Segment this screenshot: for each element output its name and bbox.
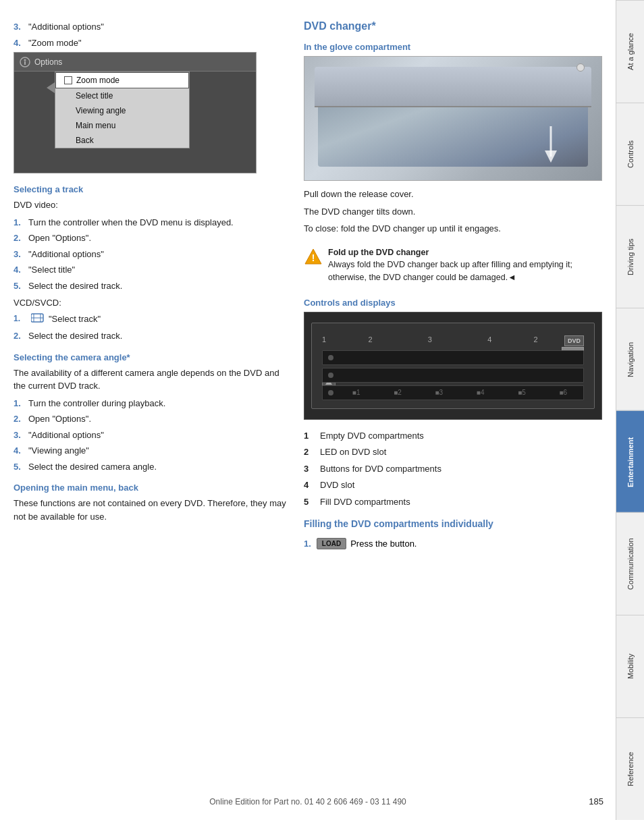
- list-num-4: 4.: [14, 36, 26, 50]
- sidebar-tab-entertainment[interactable]: Entertainment: [616, 410, 644, 513]
- warning-box: ! Fold up the DVD changer Always fold th…: [304, 242, 602, 288]
- page-number: 185: [589, 796, 603, 807]
- filling-step-text: Press the button.: [350, 539, 417, 549]
- dvd-slot-2: [322, 368, 584, 383]
- dvd-panel-image: 1 2 3 4 2 5 DVD LOAD: [304, 312, 602, 420]
- vcd-num-2: 2.: [14, 329, 26, 343]
- component-2: 2 LED on DVD slot: [304, 445, 602, 459]
- st-text-2: Open "Options".: [28, 231, 290, 245]
- options-screenshot: Options Zoom mode Select title: [14, 52, 257, 173]
- vcd-text-1: "Select track": [49, 312, 101, 326]
- component-4: 4 DVD slot: [304, 479, 602, 492]
- dvd-slot-1: [322, 350, 584, 365]
- st-text-4: "Select title": [28, 263, 290, 277]
- left-column: 3. "Additional options" 4. "Zoom mode": [14, 13, 304, 807]
- sidebar-tab-mobility[interactable]: Mobility: [616, 615, 644, 717]
- camera-heading: Selecting the camera angle*: [14, 352, 290, 362]
- st-num-5: 5.: [14, 279, 26, 293]
- top-list: 3. "Additional options" 4. "Zoom mode": [14, 20, 290, 49]
- checkbox-icon: [64, 76, 72, 84]
- st-num-1: 1.: [14, 216, 26, 229]
- menu-item-select: Select title: [55, 88, 189, 103]
- warning-body: Always fold the DVD changer back up afte…: [328, 260, 572, 282]
- ca-text-4: "Viewing angle": [28, 444, 290, 458]
- glove-heading: In the glove compartment: [304, 42, 602, 52]
- controls-heading: Controls and displays: [304, 298, 602, 308]
- glove-step-3: To close: fold the DVD changer up until …: [304, 222, 602, 236]
- sidebar-tab-driving-tips[interactable]: Driving tips: [616, 205, 644, 308]
- ca-num-3: 3.: [14, 429, 26, 442]
- vcd-label: VCD/SVCD:: [14, 296, 290, 310]
- opening-menu-section: Opening the main menu, back These functi…: [14, 483, 290, 523]
- st-num-3: 3.: [14, 248, 26, 261]
- svg-point-1: [24, 59, 26, 61]
- camera-body: The availability of a different camera a…: [14, 366, 290, 393]
- dvd-video-label: DVD video:: [14, 198, 290, 212]
- load-button-inline: LOAD: [317, 538, 346, 549]
- comp-desc-3: Buttons for DVD compartments: [320, 462, 602, 476]
- sidebar-tab-controls[interactable]: Controls: [616, 103, 644, 205]
- vcd-num-1: 1.: [14, 312, 28, 325]
- selecting-track-heading: Selecting a track: [14, 184, 290, 194]
- glove-image: [304, 56, 602, 181]
- dvd-slots: [322, 350, 584, 388]
- filling-heading: Filling the DVD compartments individuall…: [304, 518, 602, 531]
- dvd-changer-heading: DVD changer*: [304, 20, 602, 32]
- comp-desc-4: DVD slot: [320, 479, 602, 492]
- glove-step-2: The DVD changer tilts down.: [304, 205, 602, 219]
- svg-text:!: !: [312, 252, 315, 263]
- list-text-3: "Additional options": [28, 20, 290, 34]
- component-3: 3 Buttons for DVD compartments: [304, 462, 602, 476]
- sidebar-tab-navigation[interactable]: Navigation: [616, 308, 644, 410]
- sidebar-tab-at-a-glance[interactable]: At a glance: [616, 0, 644, 103]
- menu-arrow: [47, 82, 55, 93]
- component-5: 5 Fill DVD compartments: [304, 495, 602, 509]
- comp-desc-2: LED on DVD slot: [320, 445, 602, 459]
- menu-item-viewing: Viewing angle: [55, 103, 189, 118]
- st-text-3: "Additional options": [28, 248, 290, 261]
- opening-menu-heading: Opening the main menu, back: [14, 483, 290, 493]
- ca-num-4: 4.: [14, 444, 26, 458]
- sidebar: At a glance Controls Driving tips Naviga…: [616, 0, 644, 820]
- vcd-text-2: Select the desired track.: [28, 329, 290, 343]
- ca-text-2: Open "Options".: [28, 412, 290, 426]
- ca-text-1: Turn the controller during playback.: [28, 397, 290, 410]
- right-column: DVD changer* In the glove compartment: [304, 13, 616, 807]
- svg-rect-2: [24, 61, 26, 65]
- sidebar-tab-reference[interactable]: Reference: [616, 717, 644, 820]
- list-icon: [31, 312, 45, 327]
- footer-text: Online Edition for Part no. 01 40 2 606 …: [0, 797, 616, 807]
- warning-content: Fold up the DVD changer Always fold the …: [328, 246, 602, 284]
- comp-desc-1: Empty DVD compartments: [320, 429, 602, 443]
- pull-arrow: [534, 123, 568, 163]
- st-num-4: 4.: [14, 263, 26, 277]
- dvd-logo: DVD: [564, 335, 584, 346]
- ca-num-1: 1.: [14, 397, 26, 410]
- menu-item-main: Main menu: [55, 118, 189, 133]
- filling-step-num: 1.: [304, 539, 311, 549]
- st-text-1: Turn the controller when the DVD menu is…: [28, 216, 290, 229]
- options-menu: Zoom mode Select title Viewing angle Mai…: [55, 72, 190, 148]
- menu-item-back: Back: [55, 133, 189, 148]
- menu-item-zoom: Zoom mode: [55, 72, 189, 88]
- camera-angle-section: Selecting the camera angle* The availabi…: [14, 352, 290, 474]
- sidebar-tab-communication[interactable]: Communication: [616, 512, 644, 615]
- warning-title: Fold up the DVD changer: [328, 248, 429, 257]
- ca-text-3: "Additional options": [28, 429, 290, 442]
- footer-label: Online Edition for Part no. 01 40 2 606 …: [209, 797, 406, 807]
- list-num-3: 3.: [14, 20, 26, 34]
- glove-step-1: Pull down the release cover.: [304, 188, 602, 201]
- comp-desc-5: Fill DVD compartments: [320, 495, 602, 509]
- selecting-track-section: Selecting a track DVD video: 1.Turn the …: [14, 184, 290, 343]
- opening-menu-body: These functions are not contained on eve…: [14, 497, 290, 523]
- options-title: Options: [34, 57, 62, 67]
- ca-num-2: 2.: [14, 412, 26, 426]
- list-text-4: "Zoom mode": [28, 36, 290, 50]
- st-text-5: Select the desired track.: [28, 279, 290, 293]
- dvd-bottom-numbers: ■1 ■2 ■3 ■4 ■5 ■6: [336, 389, 584, 396]
- ca-text-5: Select the desired camera angle.: [28, 460, 290, 474]
- st-num-2: 2.: [14, 231, 26, 245]
- warning-icon: !: [304, 248, 323, 267]
- ca-num-5: 5.: [14, 460, 26, 474]
- component-1: 1 Empty DVD compartments: [304, 429, 602, 443]
